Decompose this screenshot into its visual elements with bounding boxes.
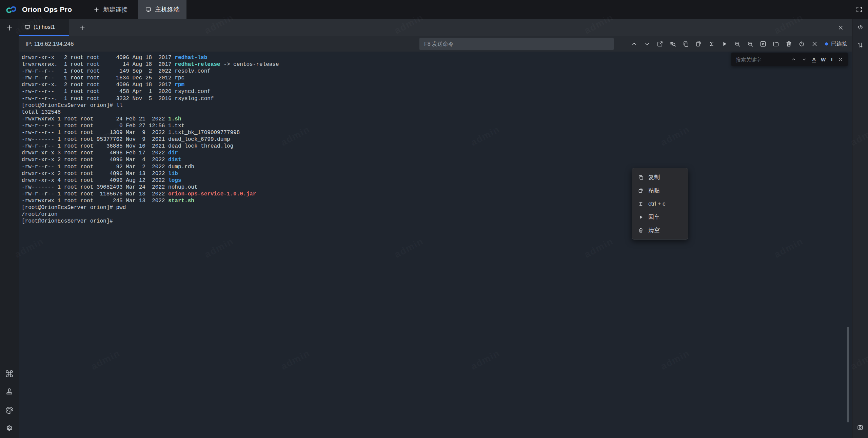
terminal-line: -rw------- 1 root root 95377762 Nov 9 20… [22,136,852,143]
context-menu-item-enter[interactable]: 回车 [632,210,688,224]
toolbar-icon-group [631,36,818,52]
terminal-line: -rw-r--r-- 1 root root 36885 Nov 10 2021… [22,143,852,150]
match-case-icon[interactable]: A [812,57,816,62]
connection-status: 已连接 [825,36,847,52]
play-icon[interactable] [721,40,728,47]
new-connection-tab[interactable]: 新建连接 [86,0,135,19]
app-logo [5,5,18,14]
play-icon [638,214,644,220]
context-menu-item-clear[interactable]: 清空 [632,224,688,237]
terminal-line: -rwxrwxrwx 1 root root 245 Mar 13 2022 s… [22,197,852,204]
search-command-icon[interactable] [669,40,676,47]
terminal-line: drwxr-xr-x 2 root root 4096 Aug 18 2017 … [22,54,852,61]
trash-icon[interactable] [785,40,792,47]
sigma-icon [638,201,644,207]
folder-icon[interactable] [772,40,780,47]
terminal-toolbar: IP: 116.62.194.246 已连接 [19,36,852,52]
left-sidebar [0,19,19,438]
terminal-line: -rw-r--r-- 1 root root 1634 Dec 25 2012 … [22,75,852,81]
terminal-line: drwxr-xr-x 4 root root 4096 Aug 12 2022 … [22,177,852,184]
app-title: Orion Ops Pro [22,5,72,14]
camera-icon[interactable] [856,423,864,431]
terminal-line: [root@OrionEcsServer orion]# pwd [22,204,852,211]
context-menu-item-copy[interactable]: 复制 [632,171,688,184]
right-sidebar [852,19,868,438]
terminal-line: -rw-r--r-- 1 root root 1309 Mar 9 2022 1… [22,129,852,136]
command-icon[interactable] [5,369,14,378]
terminal-tab-host1[interactable]: (1) host1 [19,19,69,36]
zoom-out-icon[interactable] [747,40,754,47]
monitor-icon [145,6,152,13]
terminal-line: [root@OrionEcsServer orion]# [22,218,852,225]
terminal-line: -rw-r--r--. 1 root root 3232 Nov 5 2016 … [22,95,852,102]
connection-status-dot [825,42,828,45]
terminal-search-panel: AWI [731,53,848,66]
code-icon[interactable] [856,23,864,31]
context-menu-item-paste[interactable]: 粘贴 [632,184,688,197]
paste-icon[interactable] [695,40,702,47]
tabbar-close-icon[interactable] [837,19,844,36]
context-menu-label: ctrl + c [648,201,666,207]
terminal-line: -rw-r--r-- 1 root root 1185676 Mar 13 20… [22,191,852,197]
sigma-icon[interactable] [708,40,715,47]
search-input[interactable] [736,57,788,62]
zoom-in-icon[interactable] [734,40,741,47]
open-window-icon[interactable] [656,40,664,47]
close-icon[interactable] [811,40,818,47]
terminal-line: -rw-r--r-- 1 root root 0 Feb 27 12:56 1.… [22,122,852,129]
app-window: Orion Ops Pro 新建连接 主机终端 (1) host1 IP: 11… [0,0,868,438]
terminal-line: -rw-r--r-- 1 root root 92 Mar 2 2022 dum… [22,164,852,170]
left-sidebar-bottom-icons [0,369,19,433]
chevron-up-icon[interactable] [631,40,638,47]
context-menu-label: 回车 [648,213,660,221]
terminal-line: lrwxrwxrwx. 1 root root 14 Aug 18 2017 r… [22,61,852,68]
terminal-line: drwxr-xr-x. 2 root root 4096 Aug 18 2017… [22,81,852,88]
terminal-line: -rw-r--r-- 1 root root 458 Apr 1 2020 rs… [22,88,852,95]
fullscreen-icon[interactable] [855,6,863,13]
search-next-icon[interactable] [802,57,807,62]
terminal-line: -rwxrwxrwx 1 root root 24 Feb 21 2022 1.… [22,116,852,122]
whole-word-icon[interactable]: W [821,57,826,62]
terminal-scrollbar[interactable] [847,327,849,422]
terminal-tabbar: (1) host1 [19,19,852,36]
code-box-icon[interactable] [760,40,767,47]
send-command-input[interactable] [419,38,614,50]
context-menu-label: 清空 [648,226,660,234]
context-menu-label: 粘贴 [648,187,660,194]
terminal-line: drwxr-xr-x 3 root root 4096 Feb 17 2022 … [22,150,852,156]
topbar: Orion Ops Pro 新建连接 主机终端 [0,0,868,19]
terminal-line: drwxr-xr-x 2 root root 4096 Mar 4 2022 d… [22,156,852,163]
copy-icon[interactable] [682,40,689,47]
new-tab-plus-icon[interactable] [75,19,90,36]
terminal-line: /root/orion [22,211,852,218]
search-prev-icon[interactable] [791,57,796,62]
trash-icon [638,227,644,233]
terminal-line: -rw------- 1 root root 39082493 Mar 24 2… [22,184,852,191]
new-connection-label: 新建连接 [103,5,127,14]
search-buttons: AWI [791,57,843,62]
chevron-down-icon[interactable] [644,40,651,47]
connection-status-label: 已连接 [831,40,847,47]
terminal-screen[interactable]: drwxr-xr-x 2 root root 4096 Aug 18 2017 … [19,52,852,438]
copy-icon [638,174,644,180]
terminal-tab-label: (1) host1 [34,24,55,30]
monitor-icon [24,24,31,30]
terminal-context-menu: 复制粘贴ctrl + c回车清空 [632,168,688,240]
host-terminal-tab[interactable]: 主机终端 [138,0,186,19]
ip-address-label: IP: 116.62.194.246 [25,36,74,52]
search-close-icon[interactable] [838,57,843,62]
regex-icon[interactable]: I [831,57,833,62]
terminal-line: [root@OrionEcsServer orion]# ll [22,102,852,109]
terminal-line: total 132548 [22,109,852,116]
terminal-line: -rw-r--r-- 1 root root 149 Sep 2 2022 re… [22,68,852,75]
context-menu-label: 复制 [648,173,660,181]
new-terminal-plus-icon[interactable] [5,24,14,32]
paste-icon [638,188,644,194]
settings-icon[interactable] [5,424,14,433]
power-icon[interactable] [798,40,805,47]
sort-icon[interactable] [856,41,864,49]
palette-icon[interactable] [5,406,14,415]
stamp-icon[interactable] [5,388,14,396]
host-terminal-label: 主机终端 [155,5,179,14]
context-menu-item-ctrl-c[interactable]: ctrl + c [632,197,688,210]
